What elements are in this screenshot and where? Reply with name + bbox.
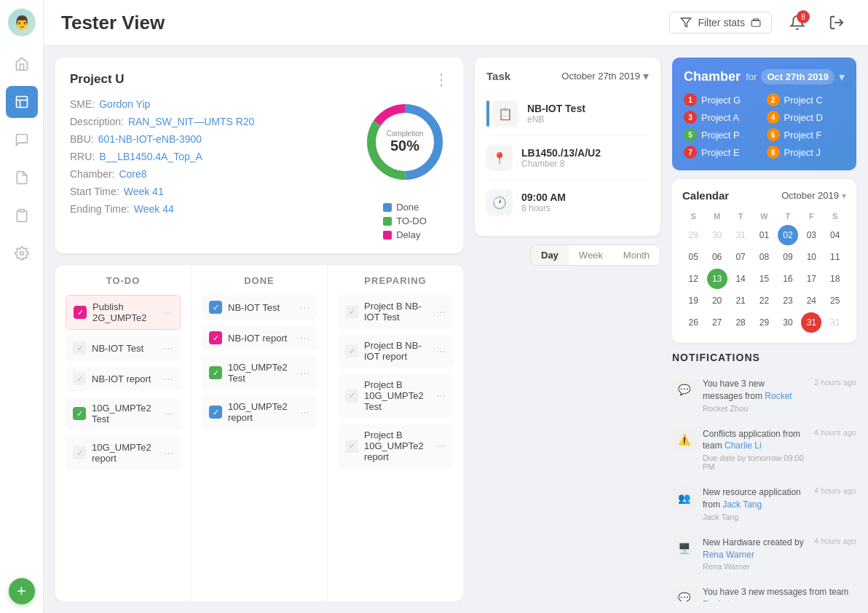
notif-highlight[interactable]: Jack Tang xyxy=(722,499,762,510)
avatar[interactable]: 👨 xyxy=(8,9,36,36)
project-card-title: Project U xyxy=(70,72,125,87)
task-item-icon: 📍 xyxy=(486,145,513,171)
cal-day[interactable]: 20 xyxy=(707,290,727,311)
cal-day[interactable]: 24 xyxy=(801,290,821,311)
sidebar-item-clipboard[interactable] xyxy=(6,199,38,232)
project-number: 6 xyxy=(767,128,780,141)
cal-day[interactable]: 04 xyxy=(825,225,845,245)
cal-day[interactable]: 29 xyxy=(683,225,703,245)
tab-month[interactable]: Month xyxy=(613,245,660,265)
rru-label: RRU: xyxy=(70,151,95,162)
content: Project U ⋮ SME: Gordon Yip Description:… xyxy=(44,46,868,613)
cal-day[interactable]: 13 xyxy=(707,269,727,289)
kanban-item-menu[interactable]: ⋯ xyxy=(436,440,446,451)
cal-day[interactable]: 08 xyxy=(754,247,774,267)
cal-day[interactable]: 28 xyxy=(730,312,751,333)
kanban-item[interactable]: ✓ NB-IOT report ⋯ xyxy=(202,325,317,350)
kanban-item[interactable]: ✓ Project B NB-IOT Test ⋯ xyxy=(338,295,453,328)
kanban-item-menu[interactable]: ⋯ xyxy=(300,407,309,418)
kanban-item-menu[interactable]: ⋯ xyxy=(436,346,446,357)
notif-highlight[interactable]: Rocket xyxy=(703,599,730,601)
project-card-header: Project U ⋮ xyxy=(70,71,449,88)
kanban-item-menu[interactable]: ⋯ xyxy=(300,333,309,344)
cal-day[interactable]: 14 xyxy=(730,269,751,289)
kanban-item-menu[interactable]: ⋯ xyxy=(163,307,173,318)
cal-day[interactable]: 31 xyxy=(825,312,845,333)
chamber-arrow[interactable]: ▾ xyxy=(839,70,845,84)
cal-day[interactable]: 17 xyxy=(801,269,821,289)
kanban-item[interactable]: ✓ NB-IOT Test ⋯ xyxy=(66,336,181,360)
task-date-arrow[interactable]: ▾ xyxy=(643,69,649,83)
notif-highlight[interactable]: Rena Warner xyxy=(703,550,754,560)
kanban-item-menu[interactable]: ⋯ xyxy=(164,373,173,384)
kanban-item[interactable]: ✓ Project B NB-IOT report ⋯ xyxy=(338,334,453,368)
cal-day[interactable]: 31 xyxy=(801,312,821,333)
kanban-item[interactable]: ✓ 10G_UMPTe2 Test ⋯ xyxy=(66,397,181,430)
more-menu-icon[interactable]: ⋮ xyxy=(434,71,449,88)
task-date-group: October 27th 2019 ▾ xyxy=(561,69,649,83)
cal-day[interactable]: 31 xyxy=(730,225,751,245)
kanban-item[interactable]: ✓ Project B 10G_UMPTe2 Test ⋯ xyxy=(338,373,453,418)
cal-day[interactable]: 25 xyxy=(825,290,845,311)
cal-day[interactable]: 19 xyxy=(683,290,703,311)
sidebar-item-chat[interactable] xyxy=(6,124,38,156)
sidebar-item-chart[interactable] xyxy=(6,86,38,118)
filter-stats-button[interactable]: Filter stats xyxy=(669,12,772,33)
cal-day[interactable]: 09 xyxy=(778,247,798,267)
notif-highlight[interactable]: Charlie Li xyxy=(725,440,762,451)
cal-day[interactable]: 22 xyxy=(754,290,774,311)
tab-day[interactable]: Day xyxy=(531,245,569,265)
cal-day[interactable]: 06 xyxy=(707,247,727,267)
cal-day[interactable]: 30 xyxy=(778,312,798,333)
kanban-item-label: 10G_UMPTe2 Test xyxy=(228,362,294,384)
svg-point-4 xyxy=(20,252,23,256)
sidebar-item-docs[interactable] xyxy=(6,162,38,194)
notification-button[interactable]: 8 xyxy=(784,9,811,36)
cal-day[interactable]: 15 xyxy=(754,269,774,289)
kanban-board: TO-DO ✓ Publish 2G_UMPTe2 ⋯ ✓ NB-IOT Tes… xyxy=(55,265,463,601)
kanban-item[interactable]: ✓ 10G_UMPTe2 report ⋯ xyxy=(202,395,317,429)
kanban-item-menu[interactable]: ⋯ xyxy=(300,368,309,379)
cal-day[interactable]: 11 xyxy=(825,247,845,267)
sidebar-item-settings[interactable] xyxy=(6,237,38,269)
task-item-sub: 8 hours xyxy=(521,203,649,213)
kanban-item-menu[interactable]: ⋯ xyxy=(164,343,173,354)
kanban-item-menu[interactable]: ⋯ xyxy=(436,390,446,401)
kanban-item-menu[interactable]: ⋯ xyxy=(300,302,309,313)
cal-day[interactable]: 21 xyxy=(730,290,751,311)
cal-day[interactable]: 12 xyxy=(683,269,703,289)
notif-highlight[interactable]: Rocket xyxy=(765,391,792,401)
bbu-row: BBU: 601-NB-IOT-eNB-3900 xyxy=(70,133,350,145)
cal-day[interactable]: 07 xyxy=(730,247,751,267)
cal-day[interactable]: 26 xyxy=(683,312,703,333)
cal-day[interactable]: 03 xyxy=(801,225,821,245)
cal-day[interactable]: 29 xyxy=(754,312,774,333)
kanban-item[interactable]: ✓ Project B 10G_UMPTe2 report ⋯ xyxy=(338,424,453,468)
kanban-item[interactable]: ✓ NB-IOT report ⋯ xyxy=(66,366,181,391)
cal-day[interactable]: 05 xyxy=(683,247,703,267)
rru-row: RRU: B__LB1450.4A_Top_A xyxy=(70,151,350,162)
cal-day[interactable]: 10 xyxy=(801,247,821,267)
notifications-section: NOTIFICATIONS 💬 You have 3 new messages … xyxy=(672,352,856,601)
cal-day[interactable]: 18 xyxy=(825,269,845,289)
cal-day[interactable]: 16 xyxy=(778,269,798,289)
add-button[interactable]: + xyxy=(9,578,35,604)
cal-day[interactable]: 30 xyxy=(707,225,727,245)
cal-day[interactable]: 02 xyxy=(778,225,798,245)
kanban-item-menu[interactable]: ⋯ xyxy=(436,306,446,317)
logout-button[interactable] xyxy=(823,9,851,36)
kanban-item-menu[interactable]: ⋯ xyxy=(164,408,173,419)
cal-day[interactable]: 01 xyxy=(754,225,774,245)
kanban-item[interactable]: ✓ 10G_UMPTe2 Test ⋯ xyxy=(202,356,317,389)
tab-week[interactable]: Week xyxy=(569,245,613,265)
kanban-item-menu[interactable]: ⋯ xyxy=(164,448,173,459)
kanban-item[interactable]: ✓ Publish 2G_UMPTe2 ⋯ xyxy=(66,295,181,330)
kanban-item[interactable]: ✓ NB-IOT Test ⋯ xyxy=(202,295,317,320)
cal-day[interactable]: 27 xyxy=(707,312,727,333)
sidebar-item-home[interactable] xyxy=(6,48,38,80)
notif-content: Conflicts application from team Charlie … xyxy=(703,428,807,472)
kanban-item[interactable]: ✓ 10G_UMPTe2 report ⋯ xyxy=(66,436,181,470)
cal-day[interactable]: 23 xyxy=(778,290,798,311)
task-item-name: 09:00 AM xyxy=(521,191,649,203)
calendar-arrow[interactable]: ▾ xyxy=(842,191,846,201)
